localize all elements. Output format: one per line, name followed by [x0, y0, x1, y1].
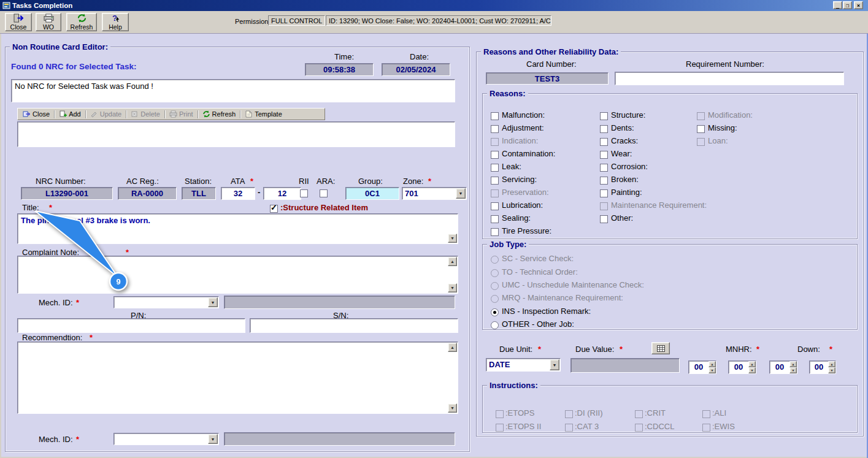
checkbox-leak[interactable]	[491, 164, 499, 172]
checkbox-di-rii	[565, 410, 573, 418]
requirement-number-input[interactable]	[615, 72, 844, 85]
refresh-button[interactable]: Refresh	[66, 13, 97, 31]
mech-id2-required-marker: *	[76, 435, 79, 444]
zone-dropdown-button[interactable]: ▼	[456, 188, 466, 199]
spin-up-button[interactable]: ▲	[748, 361, 756, 367]
help-button[interactable]: ? Help	[102, 13, 129, 31]
minimize-button[interactable]: _	[833, 1, 842, 9]
spin-down-button[interactable]: ▼	[709, 367, 716, 373]
grid-close-label: Close	[33, 110, 50, 118]
grid-refresh-icon	[202, 110, 210, 118]
checkbox-structure[interactable]	[600, 112, 608, 120]
checkbox-painting[interactable]	[600, 189, 608, 197]
down-minutes-value: 00	[810, 361, 828, 373]
complaint-textarea[interactable]	[17, 256, 458, 294]
grid-template-icon	[245, 110, 253, 118]
complaint-scroll-down-button[interactable]: ▼	[448, 283, 457, 292]
rii-checkbox[interactable]	[300, 189, 308, 197]
checkbox-malfunction[interactable]	[491, 112, 499, 120]
checkbox-missing[interactable]	[697, 125, 705, 133]
checkbox-tire-pressure[interactable]	[491, 228, 499, 236]
spin-down-button[interactable]: ▼	[748, 367, 756, 373]
ac-reg-label: AC Reg.:	[126, 177, 159, 186]
spin-down-button[interactable]: ▼	[789, 367, 797, 373]
due-value-calendar-button[interactable]	[651, 342, 670, 354]
down-minutes-spinner[interactable]: 00 ▲ ▼	[809, 361, 836, 374]
checkbox-lubrication[interactable]	[491, 202, 499, 210]
checkbox-broken[interactable]	[600, 177, 608, 185]
radio-ins[interactable]	[491, 308, 499, 316]
title-textarea[interactable]: The pin of wheel #3 brake is worn.	[17, 213, 458, 244]
checkbox-sealing[interactable]	[491, 215, 499, 223]
recommendation-label: Recommendtion:	[22, 333, 82, 342]
mech-id2-dropdown-button[interactable]: ▼	[208, 434, 218, 444]
due-unit-combo[interactable]: DATE ▼	[486, 358, 561, 372]
checkbox-servicing[interactable]	[491, 177, 499, 185]
mech-id2-combo[interactable]: ▼	[113, 433, 219, 445]
title-text: The pin of wheel #3 brake is worn.	[21, 216, 150, 225]
sn-input[interactable]	[250, 318, 458, 333]
structure-related-checkbox[interactable]: ✓	[270, 205, 278, 213]
checkbox-contamination[interactable]	[491, 151, 499, 159]
job-type-label-other: OTHER - Other Job:	[502, 319, 574, 329]
down-hours-spinner[interactable]: 00 ▲ ▼	[769, 361, 797, 374]
station-value: TLL	[182, 187, 216, 200]
nrc-message-area[interactable]: No NRC for Selected Task was Found !	[11, 79, 455, 102]
checkbox-wear[interactable]	[600, 151, 608, 159]
ata-first-input[interactable]: 32	[221, 187, 255, 200]
ata-second-input[interactable]: 12	[263, 187, 301, 200]
reason-label-other: Other:	[611, 213, 633, 223]
mech-id2-label: Mech. ID:	[39, 435, 73, 444]
wo-button-label: WO	[43, 23, 54, 31]
grid-add-label: Add	[69, 110, 81, 118]
instruction-label-etops-ii: :ETOPS II	[505, 422, 541, 431]
checkbox-cracks[interactable]	[600, 138, 608, 146]
close-window-button[interactable]: ×	[854, 1, 863, 9]
close-button[interactable]: Close	[5, 13, 32, 31]
rii-label: RII	[299, 177, 309, 186]
checkbox-loan	[697, 138, 705, 146]
wo-button[interactable]: WO	[36, 13, 61, 31]
recommendation-required-marker: *	[90, 333, 93, 342]
ara-checkbox[interactable]	[320, 189, 328, 197]
mnhr-minutes-value: 00	[729, 361, 748, 373]
due-unit-dropdown-button[interactable]: ▼	[550, 359, 559, 370]
due-unit-required-marker: *	[538, 345, 541, 354]
grid-template-button[interactable]: Template	[242, 109, 285, 119]
nrc-list-area[interactable]	[17, 121, 455, 147]
spin-up-button[interactable]: ▲	[828, 361, 835, 367]
checkbox-adjustment[interactable]	[491, 125, 499, 133]
time-label: Time:	[334, 52, 354, 61]
mnhr-minutes-spinner[interactable]: 00 ▲ ▼	[728, 361, 756, 374]
recommendation-scroll-down-button[interactable]: ▼	[448, 403, 457, 413]
pn-input[interactable]	[17, 318, 245, 333]
mnhr-hours-value: 00	[689, 361, 709, 373]
title-scroll-down-button[interactable]: ▼	[448, 234, 457, 243]
checkbox-dents[interactable]	[600, 125, 608, 133]
nrc-number-value: L13290-001	[21, 187, 113, 200]
mech-id-combo[interactable]: ▼	[113, 296, 219, 308]
radio-other-job[interactable]	[491, 321, 499, 329]
complaint-scroll-up-button[interactable]: ▲	[448, 257, 457, 266]
grid-refresh-button[interactable]: Refresh	[199, 109, 239, 119]
window-titlebar: Tasks Completion _ ❐ ×	[0, 0, 868, 11]
spin-up-button[interactable]: ▲	[709, 361, 716, 367]
spin-up-button[interactable]: ▲	[789, 361, 797, 367]
checkbox-other[interactable]	[600, 215, 608, 223]
mnhr-hours-spinner[interactable]: 00 ▲ ▼	[688, 361, 716, 374]
grid-close-button[interactable]: Close	[20, 109, 53, 119]
mech-id-dropdown-button[interactable]: ▼	[208, 297, 218, 307]
grid-add-icon	[59, 110, 67, 118]
station-label: Station:	[185, 177, 212, 186]
zone-combo[interactable]: 701 ▼	[402, 187, 467, 200]
instructions-group-title: Instructions:	[487, 381, 540, 390]
radio-sc	[491, 256, 499, 264]
checkbox-corrosion[interactable]	[600, 164, 608, 172]
recommendation-textarea[interactable]	[17, 342, 458, 414]
recommendation-scroll-up-button[interactable]: ▲	[448, 343, 457, 352]
job-type-label-umc: UMC - Unschedule Maintenance Check:	[502, 280, 644, 289]
maximize-button[interactable]: ❐	[843, 1, 852, 9]
spin-down-button[interactable]: ▼	[828, 367, 835, 373]
grid-add-button[interactable]: Add	[56, 109, 84, 119]
reason-label-malfunction: Malfunction:	[502, 110, 545, 120]
